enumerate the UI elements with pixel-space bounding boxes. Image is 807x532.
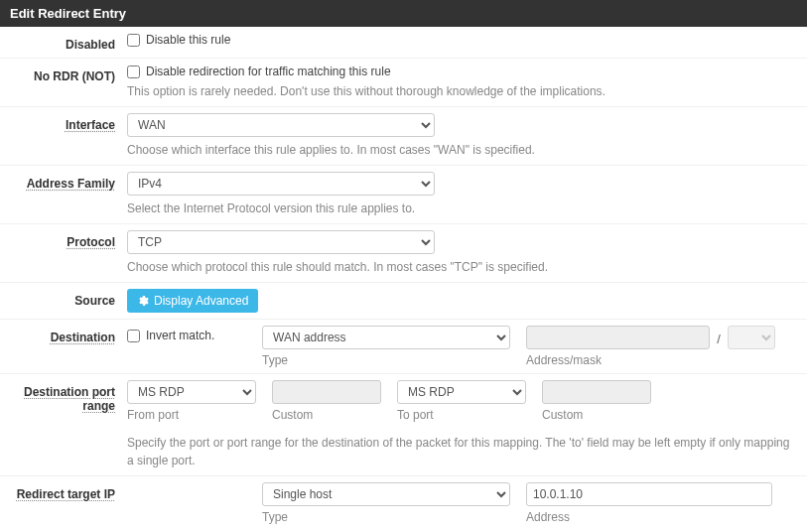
disabled-checkbox-wrap[interactable]: Disable this rule [127, 33, 797, 47]
label-source: Source [0, 289, 127, 313]
interface-help: Choose which interface this rule applies… [127, 141, 797, 159]
nordr-help: This option is rarely needed. Don't use … [127, 82, 797, 100]
row-protocol: Protocol TCP Choose which protocol this … [0, 224, 807, 283]
dest-invert-wrap[interactable]: Invert match. [127, 326, 246, 342]
destport-to-select[interactable]: MS RDP [397, 380, 526, 404]
slash-separator: / [714, 329, 724, 346]
destport-custom1-sublabel: Custom [272, 408, 381, 422]
dest-addr-input [526, 326, 710, 349]
destport-from-sublabel: From port [127, 408, 256, 422]
addrfam-select[interactable]: IPv4 [127, 172, 435, 196]
row-disabled: Disabled Disable this rule [0, 27, 807, 59]
disabled-checkbox[interactable] [127, 34, 140, 47]
label-addrfam: Address Family [0, 172, 127, 217]
redirip-type-select[interactable]: Single host [262, 482, 510, 506]
dest-mask-sublabel: Address/mask [526, 353, 775, 367]
redirip-addr-sublabel: Address [526, 510, 772, 524]
addrfam-help: Select the Internet Protocol version thi… [127, 200, 797, 217]
destport-custom2-sublabel: Custom [542, 408, 651, 422]
dest-invert-checkbox[interactable] [127, 330, 140, 342]
dest-invert-label: Invert match. [146, 329, 214, 342]
dest-type-sublabel: Type [262, 353, 510, 367]
nordr-checkbox-label: Disable redirection for traffic matching… [146, 65, 391, 78]
destport-to-custom [542, 380, 651, 404]
dest-type-select[interactable]: WAN address [262, 326, 510, 349]
panel-title: Edit Redirect Entry [0, 0, 807, 27]
label-disabled: Disabled [0, 33, 127, 52]
label-interface: Interface [0, 113, 127, 159]
label-protocol: Protocol [0, 230, 127, 276]
dest-mask-select [728, 326, 775, 349]
protocol-help: Choose which protocol this rule should m… [127, 258, 797, 276]
display-advanced-button[interactable]: Display Advanced [127, 289, 258, 313]
disabled-checkbox-label: Disable this rule [146, 33, 230, 47]
row-nordr: No RDR (NOT) Disable redirection for tra… [0, 59, 807, 107]
row-redirip: Redirect target IP Single host Type Addr… [0, 476, 807, 532]
row-destport: Destination port range MS RDP From port … [0, 374, 807, 476]
interface-select[interactable]: WAN [127, 113, 435, 137]
nordr-checkbox[interactable] [127, 66, 140, 78]
nordr-checkbox-wrap[interactable]: Disable redirection for traffic matching… [127, 65, 797, 78]
destport-help: Specify the port or port range for the d… [127, 434, 797, 469]
destport-from-custom [272, 380, 381, 404]
row-source: Source Display Advanced [0, 283, 807, 320]
label-nordr: No RDR (NOT) [0, 65, 127, 100]
row-destination: Destination Invert match. WAN address Ty… [0, 320, 807, 374]
gear-icon [137, 295, 149, 307]
label-redirip: Redirect target IP [0, 482, 127, 532]
label-destination: Destination [0, 326, 127, 367]
label-destport: Destination port range [0, 380, 127, 469]
redirip-addr-input[interactable] [526, 482, 772, 506]
display-advanced-label: Display Advanced [154, 294, 248, 308]
destport-to-sublabel: To port [397, 408, 526, 422]
protocol-select[interactable]: TCP [127, 230, 435, 254]
row-addrfam: Address Family IPv4 Select the Internet … [0, 166, 807, 224]
redirip-type-sublabel: Type [262, 510, 510, 524]
destport-from-select[interactable]: MS RDP [127, 380, 256, 404]
row-interface: Interface WAN Choose which interface thi… [0, 107, 807, 166]
